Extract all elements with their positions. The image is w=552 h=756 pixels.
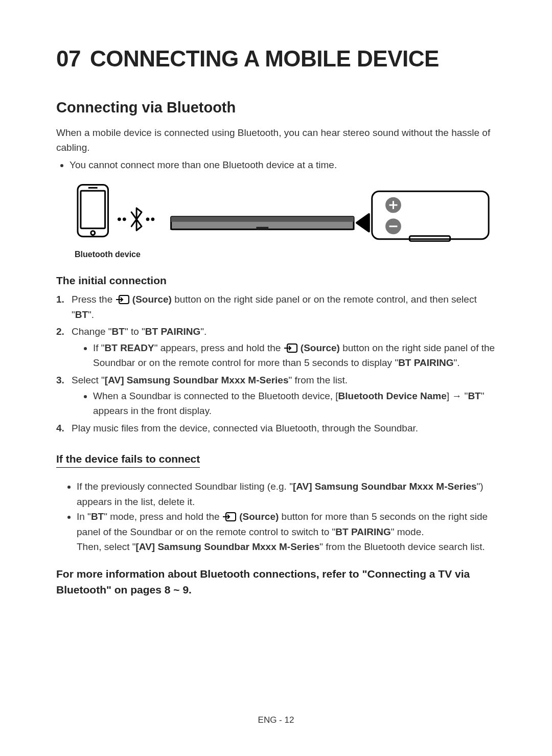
svg-point-6 bbox=[146, 218, 149, 221]
step-body: Play music files from the device, connec… bbox=[72, 421, 496, 436]
bt: BT bbox=[468, 391, 480, 401]
more-info: For more information about Bluetooth con… bbox=[56, 566, 496, 598]
t: " from the Bluetooth device search list. bbox=[319, 541, 485, 552]
step-number: 3. bbox=[56, 373, 68, 419]
step-3-sub: When a Soundbar is connected to the Blue… bbox=[93, 388, 496, 419]
t: If the previously connected Soundbar lis… bbox=[77, 481, 293, 492]
device-name: [AV] Samsung Soundbar Mxxx M-Series bbox=[136, 541, 320, 552]
bt: BT bbox=[91, 511, 104, 522]
initial-connection-heading: The initial connection bbox=[56, 274, 496, 287]
step-1: 1. Press the (Source) button on the righ… bbox=[56, 292, 496, 322]
source-label: (Source) bbox=[298, 342, 340, 353]
svg-rect-11 bbox=[256, 227, 268, 230]
bt-pairing: BT PAIRING bbox=[145, 326, 200, 337]
page-footer: ENG - 12 bbox=[0, 715, 552, 725]
figure-caption: Bluetooth device bbox=[75, 250, 496, 259]
section-heading: Connecting via Bluetooth bbox=[56, 99, 496, 116]
t: " mode, press and hold the bbox=[104, 511, 222, 522]
device-name: [AV] Samsung Soundbar Mxxx M-Series bbox=[105, 375, 289, 385]
step-4: 4. Play music files from the device, con… bbox=[56, 421, 496, 436]
t: " appears, press and hold the bbox=[154, 342, 284, 353]
bt-ready: BT READY bbox=[105, 342, 154, 353]
t: Then, select " bbox=[77, 541, 136, 552]
step-number: 4. bbox=[56, 421, 68, 436]
svg-point-7 bbox=[151, 218, 154, 221]
source-label: (Source) bbox=[130, 294, 172, 305]
figure bbox=[75, 184, 496, 245]
page: 07CONNECTING A MOBILE DEVICE Connecting … bbox=[0, 0, 552, 756]
t: " mode. bbox=[391, 526, 424, 537]
svg-point-3 bbox=[91, 231, 95, 235]
device-name: [AV] Samsung Soundbar Mxxx M-Series bbox=[293, 481, 477, 492]
step-3: 3. Select "[AV] Samsung Soundbar Mxxx M-… bbox=[56, 373, 496, 419]
source-label: (Source) bbox=[237, 511, 279, 522]
t: In " bbox=[77, 511, 91, 522]
initial-steps: 1. Press the (Source) button on the righ… bbox=[56, 292, 496, 436]
source-icon bbox=[223, 512, 236, 521]
step-body: Press the (Source) button on the right s… bbox=[72, 292, 496, 322]
bt: BT bbox=[112, 326, 125, 337]
bt: BT bbox=[75, 309, 88, 320]
figure-svg bbox=[75, 184, 496, 245]
fails-heading: If the device fails to connect bbox=[56, 453, 200, 468]
bt-pairing: BT PAIRING bbox=[398, 357, 453, 368]
intro-bullets: You cannot connect more than one Bluetoo… bbox=[56, 157, 496, 172]
bdn: Bluetooth Device Name bbox=[338, 391, 447, 401]
fails-list: If the previously connected Soundbar lis… bbox=[56, 479, 496, 554]
section-intro: When a mobile device is connected using … bbox=[56, 125, 496, 155]
intro-bullet: You cannot connect more than one Bluetoo… bbox=[70, 157, 496, 172]
step-2-sub: If "BT READY" appears, press and hold th… bbox=[93, 340, 496, 371]
step-number: 2. bbox=[56, 324, 68, 370]
bt-pairing: BT PAIRING bbox=[335, 526, 390, 537]
t: When a Soundbar is connected to the Blue… bbox=[93, 391, 338, 401]
t: " to " bbox=[125, 326, 145, 337]
source-icon bbox=[116, 295, 129, 304]
step-2: 2. Change "BT" to "BT PAIRING". If "BT R… bbox=[56, 324, 496, 370]
t: Select " bbox=[72, 375, 105, 385]
step-3-sublist: When a Soundbar is connected to the Blue… bbox=[72, 388, 496, 419]
chapter-number: 07 bbox=[56, 46, 81, 71]
svg-rect-9 bbox=[171, 217, 354, 222]
svg-rect-1 bbox=[81, 191, 105, 228]
t: Change " bbox=[72, 326, 112, 337]
svg-point-5 bbox=[123, 218, 126, 221]
t: ". bbox=[200, 326, 206, 337]
t: ] → " bbox=[447, 391, 468, 401]
t: ". bbox=[88, 309, 94, 320]
fails-item: If the previously connected Soundbar lis… bbox=[77, 479, 496, 509]
svg-point-4 bbox=[118, 218, 121, 221]
step-body: Select "[AV] Samsung Soundbar Mxxx M-Ser… bbox=[72, 373, 496, 419]
step-number: 1. bbox=[56, 292, 68, 322]
fails-item: In "BT" mode, press and hold the (Source… bbox=[77, 509, 496, 554]
chapter-heading: 07CONNECTING A MOBILE DEVICE bbox=[56, 46, 496, 72]
t: If " bbox=[93, 342, 105, 353]
t: Press the bbox=[72, 294, 116, 305]
chapter-title: CONNECTING A MOBILE DEVICE bbox=[90, 46, 439, 71]
t: ". bbox=[454, 357, 460, 368]
step-body: Change "BT" to "BT PAIRING". If "BT READ… bbox=[72, 324, 496, 370]
step-2-sublist: If "BT READY" appears, press and hold th… bbox=[72, 340, 496, 371]
t: " from the list. bbox=[289, 375, 348, 385]
source-icon bbox=[284, 343, 297, 353]
